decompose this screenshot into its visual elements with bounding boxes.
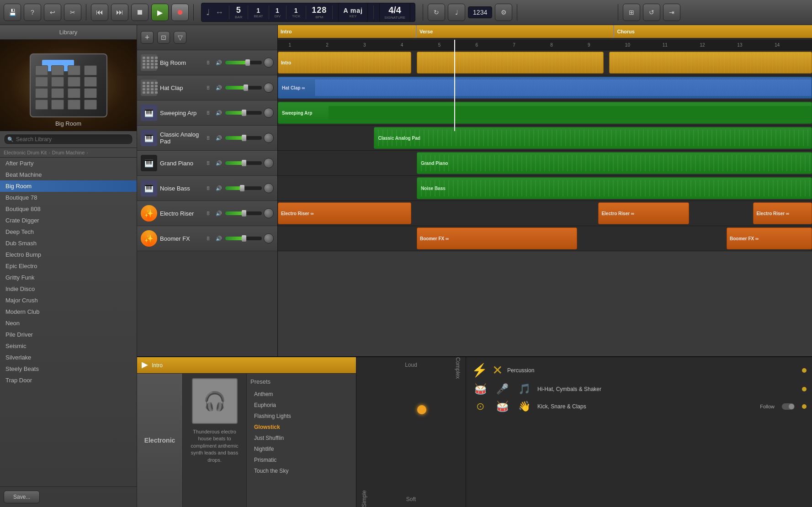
- track-row-boomer-fx[interactable]: ✨Boomer FX🎚🔊: [137, 226, 277, 251]
- track-row-grand-piano[interactable]: 🎹Grand Piano🎚🔊: [137, 151, 277, 176]
- clip-grandpiano[interactable]: Grand Piano: [417, 152, 812, 174]
- tuner-button[interactable]: ♩: [448, 4, 465, 21]
- track-mute-btn[interactable]: 🎚: [203, 184, 212, 193]
- save-button[interactable]: 💾: [4, 4, 21, 21]
- track-fader-thumb[interactable]: [242, 210, 246, 217]
- track-fader[interactable]: [225, 161, 262, 165]
- track-fader[interactable]: [225, 237, 262, 240]
- library-item-deep-tech[interactable]: Deep Tech: [0, 226, 137, 238]
- stop-button[interactable]: ⏹: [131, 4, 149, 21]
- preset-item-glowstick[interactable]: Glowstick: [250, 422, 352, 433]
- preset-item-prismatic[interactable]: Prismatic: [250, 454, 352, 465]
- cycle-button[interactable]: ↻: [428, 4, 445, 21]
- add-track-button[interactable]: +: [141, 31, 154, 44]
- track-mute-btn[interactable]: 🎚: [203, 234, 212, 243]
- preset-item-anthem[interactable]: Anthem: [250, 389, 352, 400]
- library-item-indie-disco[interactable]: Indie Disco: [0, 283, 137, 295]
- track-mute-btn[interactable]: 🎚: [203, 133, 212, 143]
- clip-hatclap[interactable]: Hat Clap ∞: [278, 77, 812, 99]
- library-item-neon[interactable]: Neon: [0, 317, 137, 329]
- track-solo-btn[interactable]: 🔊: [214, 83, 223, 92]
- clip-electroriser-3[interactable]: Electro Riser ∞: [753, 202, 812, 224]
- library-item-modern-club[interactable]: Modern Club: [0, 306, 137, 317]
- track-row-classic-analog-pad[interactable]: 🎹Classic Analog Pad🎚🔊: [137, 126, 277, 151]
- track-mute-btn[interactable]: 🎚: [203, 108, 212, 117]
- preset-item-flashing-lights[interactable]: Flashing Lights: [250, 411, 352, 422]
- track-solo-btn[interactable]: 🔊: [214, 234, 223, 243]
- library-item-seismic[interactable]: Seismic: [0, 340, 137, 352]
- track-volume-knob[interactable]: [264, 233, 274, 243]
- complexity-panel[interactable]: Loud Soft Simple Complex: [356, 357, 466, 507]
- track-mute-btn[interactable]: 🎚: [203, 209, 212, 218]
- track-volume-knob[interactable]: [264, 83, 274, 93]
- track-fader-thumb[interactable]: [242, 110, 246, 116]
- track-fader-thumb[interactable]: [240, 185, 244, 191]
- track-fader-thumb[interactable]: [244, 84, 248, 91]
- clip-electroriser-1[interactable]: Electro Riser ∞: [278, 202, 411, 224]
- track-solo-btn[interactable]: 🔊: [214, 158, 223, 168]
- library-item-major-crush[interactable]: Major Crush: [0, 295, 137, 306]
- track-mute-btn[interactable]: 🎚: [203, 58, 212, 67]
- track-fader-thumb[interactable]: [242, 135, 246, 141]
- search-input[interactable]: [4, 134, 133, 145]
- kicksnare-dot[interactable]: [802, 404, 807, 409]
- track-fader[interactable]: [225, 61, 262, 64]
- track-fader-thumb[interactable]: [242, 235, 246, 242]
- track-volume-knob[interactable]: [264, 58, 274, 68]
- track-volume-knob[interactable]: [264, 158, 274, 168]
- hihat-dot[interactable]: [802, 387, 807, 391]
- track-row-hat-clap[interactable]: Hat Clap🎚🔊: [137, 75, 277, 100]
- preset-item-euphoria[interactable]: Euphoria: [250, 400, 352, 411]
- save-library-button[interactable]: Save...: [4, 491, 40, 503]
- clip-classicpad[interactable]: Classic Analog Pad: [374, 127, 812, 149]
- clip-bigroom-chorus[interactable]: [609, 52, 812, 74]
- breadcrumb-item-2[interactable]: Drum Machine: [52, 150, 85, 155]
- cut-button[interactable]: ✂: [64, 4, 81, 21]
- view-btn-2[interactable]: ↺: [643, 4, 660, 21]
- library-item-silverlake[interactable]: Silverlake: [0, 352, 137, 363]
- track-solo-btn[interactable]: 🔊: [214, 209, 223, 218]
- library-item-boutique-808[interactable]: Boutique 808: [0, 203, 137, 215]
- track-fader[interactable]: [225, 111, 262, 115]
- track-fader-thumb[interactable]: [242, 160, 246, 166]
- library-item-steely-beats[interactable]: Steely Beats: [0, 363, 137, 375]
- track-fader[interactable]: [225, 136, 262, 140]
- master-button[interactable]: ⚙: [495, 4, 512, 21]
- clip-boomerfx-2[interactable]: Boomer FX ∞: [727, 227, 812, 249]
- library-item-beat-machine[interactable]: Beat Machine: [0, 169, 137, 180]
- complexity-dot[interactable]: [417, 405, 426, 414]
- track-solo-btn[interactable]: 🔊: [214, 58, 223, 67]
- track-solo-btn[interactable]: 🔊: [214, 184, 223, 193]
- track-fader[interactable]: [225, 86, 262, 90]
- track-row-electro-riser[interactable]: ✨Electro Riser🎚🔊: [137, 201, 277, 226]
- track-mute-btn[interactable]: 🎚: [203, 83, 212, 92]
- fast-forward-button[interactable]: ⏭: [111, 4, 128, 21]
- library-item-epic-electro[interactable]: Epic Electro: [0, 260, 137, 272]
- help-button[interactable]: ?: [24, 4, 41, 21]
- track-fader[interactable]: [225, 211, 262, 215]
- view-btn-3[interactable]: ⇥: [663, 4, 680, 21]
- undo-button[interactable]: ↩: [44, 4, 61, 21]
- track-row-noise-bass[interactable]: 🎹Noise Bass🎚🔊: [137, 176, 277, 201]
- clip-boomerfx-1[interactable]: Boomer FX ∞: [417, 227, 577, 249]
- follow-toggle[interactable]: [782, 403, 795, 410]
- play-button[interactable]: ▶: [151, 4, 169, 21]
- preset-item-nightlife[interactable]: Nightlife: [250, 444, 352, 454]
- track-options-1[interactable]: ⊡: [157, 31, 170, 44]
- clip-bigroom-intro[interactable]: Intro: [278, 52, 411, 74]
- track-options-2[interactable]: ▽: [174, 31, 186, 44]
- track-row-big-room[interactable]: Big Room🎚🔊: [137, 50, 277, 75]
- breadcrumb-item-1[interactable]: Electronic Drum Kit: [4, 150, 47, 155]
- library-item-trap-door[interactable]: Trap Door: [0, 375, 137, 386]
- clip-bigroom-verse[interactable]: [417, 52, 604, 74]
- view-btn-1[interactable]: ⊞: [623, 4, 640, 21]
- clip-electroriser-2[interactable]: Electro Riser ∞: [598, 202, 689, 224]
- library-item-after-party[interactable]: After Party: [0, 158, 137, 169]
- track-row-sweeping-arp[interactable]: 🎹Sweeping Arp🎚🔊: [137, 100, 277, 126]
- track-volume-knob[interactable]: [264, 108, 274, 118]
- preset-item-just-shufflin[interactable]: Just Shufflin: [250, 433, 352, 444]
- clip-noisebass[interactable]: Noise Bass: [417, 177, 812, 199]
- track-mute-btn[interactable]: 🎚: [203, 158, 212, 168]
- library-item-boutique-78[interactable]: Boutique 78: [0, 192, 137, 203]
- preset-item-touch-the-sky[interactable]: Touch the Sky: [250, 465, 352, 476]
